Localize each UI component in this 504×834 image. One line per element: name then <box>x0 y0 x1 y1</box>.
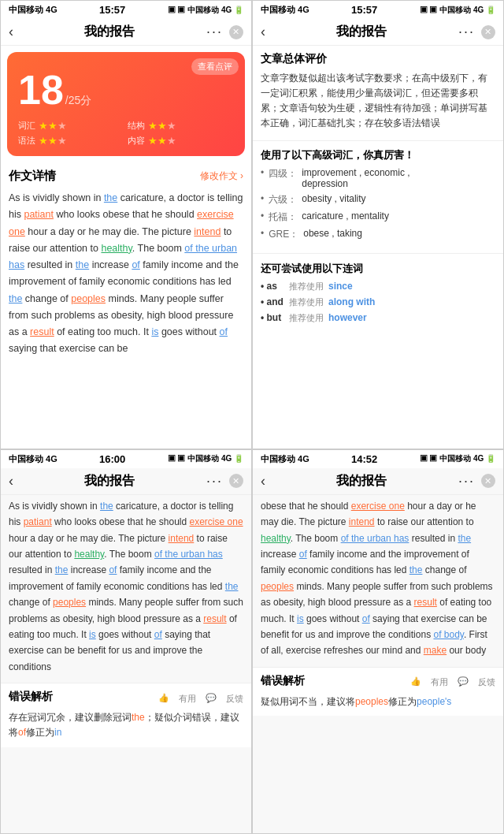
word-result-bl: result <box>203 613 226 624</box>
word-of-br: of <box>299 549 307 560</box>
level-6: 六级： <box>269 193 297 207</box>
essay-content-bl: As is vividly shown in the caricature, a… <box>1 495 251 679</box>
word-is-br: is <box>297 613 304 624</box>
carrier-br: 中国移动 4G <box>261 453 309 465</box>
nav-right-tr: ··· ✕ <box>458 24 495 40</box>
menu-dots-tl[interactable]: ··· <box>206 24 223 40</box>
word-patiant-bl: patiant <box>24 516 52 527</box>
close-btn-bl[interactable]: ✕ <box>229 474 243 488</box>
word-peoples: peoples <box>71 293 106 304</box>
words-gre: obese , taking <box>303 228 362 239</box>
overall-review: 文章总体评价 文章字数疑似超出该考试字数要求；在高中级别下，有一定词汇积累，能使… <box>253 46 503 137</box>
grammar-stars: 语法 ★★★ <box>18 135 124 147</box>
status-icons-tr: ▣ ▣ 中国移动 4G 🔋 <box>420 5 495 16</box>
error-word-peoples-correct: people's <box>417 696 451 707</box>
carrier-tr: 中国移动 4G <box>261 4 309 16</box>
status-bar-bl: 中国移动 4G 16:00 ▣ ▣ 中国移动 4G 🔋 <box>1 450 251 468</box>
grammar-label: 语法 <box>18 135 35 147</box>
score-denom: /25分 <box>65 94 91 108</box>
error-actions-br: 👍 有用 💬 反馈 <box>410 676 495 688</box>
level-gre: GRE： <box>269 228 298 241</box>
comment-icon-bl: 💬 <box>206 693 217 705</box>
panel-top-left: 中国移动 4G 15:57 ▣ ▣ 中国移动 4G 🔋 ‹ 我的报告 ··· ✕… <box>0 0 252 449</box>
word-healthy-br: healthy <box>261 533 291 544</box>
words-toefl: caricature , mentality <box>302 210 389 222</box>
essay-section-title: 作文详情 <box>9 169 56 184</box>
close-btn-tr[interactable]: ✕ <box>481 25 495 39</box>
back-button-tr[interactable]: ‹ <box>261 24 265 40</box>
nav-bar-tr: ‹ 我的报告 ··· ✕ <box>253 19 503 46</box>
error-title-br: 错误解析 <box>261 674 305 688</box>
word-peoples-br: peoples <box>261 581 294 592</box>
nav-title-tl: 我的报告 <box>84 24 135 40</box>
word-healthy: healthy <box>101 243 132 254</box>
vocab-item-6: 六级： obesity , vitality <box>261 193 495 207</box>
carrier-bl: 中国移动 4G <box>9 453 57 465</box>
nav-bar-tl: ‹ 我的报告 ··· ✕ <box>1 19 251 46</box>
content-star-icons: ★★★ <box>148 135 176 147</box>
menu-dots-br[interactable]: ··· <box>458 473 475 490</box>
words-4: improvement , economic ,depression <box>302 167 410 189</box>
useful-label-br[interactable]: 有用 <box>431 676 448 688</box>
status-icons-br: ▣ ▣ 中国移动 4G 🔋 <box>420 453 495 464</box>
level-toefl: 托福： <box>269 210 297 224</box>
word-patiant: patiant <box>24 209 54 220</box>
vocab-section-title: 使用了以下高级词汇，你真厉害！ <box>261 148 495 162</box>
menu-dots-bl[interactable]: ··· <box>206 473 223 490</box>
thumbs-up-icon-bl: 👍 <box>158 693 169 705</box>
menu-dots-tr[interactable]: ··· <box>458 24 475 40</box>
connector-as: • as 推荐使用 since <box>261 281 495 292</box>
useful-label-bl[interactable]: 有用 <box>179 693 196 705</box>
essay-section-header: 作文详情 修改作文 › <box>1 162 251 187</box>
score-categories: 词汇 ★★★ 结构 ★★★ 语法 ★★★ 内容 ★★★ <box>18 120 234 147</box>
panel-bottom-right: 中国移动 4G 14:52 ▣ ▣ 中国移动 4G 🔋 ‹ 我的报告 ··· ✕… <box>252 449 504 834</box>
error-section-bl: 错误解析 👍 有用 💬 反馈 存在冠词冗余，建议删除冠词the；疑似介词错误，建… <box>1 683 251 747</box>
word-intend: intend <box>194 226 220 237</box>
word-intend-bl: intend <box>169 533 195 544</box>
nav-right-tl: ··· ✕ <box>206 24 243 40</box>
error-word-of: of <box>18 727 26 738</box>
word-the-bl-1: the <box>100 501 113 512</box>
word-intend-br: intend <box>349 516 375 527</box>
back-button-bl[interactable]: ‹ <box>9 473 13 490</box>
feedback-label-bl[interactable]: 反馈 <box>226 693 243 705</box>
connector-but-alt: however <box>328 312 367 323</box>
divider-1 <box>253 140 503 141</box>
modify-essay-btn[interactable]: 修改作文 › <box>200 169 243 183</box>
word-the-br-2: the <box>458 533 471 544</box>
time-tr: 15:57 <box>351 4 377 16</box>
connector-but-suggest: 推荐使用 <box>289 312 324 324</box>
connectors-section: 还可尝试使用以下连词 • as 推荐使用 since • and 推荐使用 al… <box>253 257 503 333</box>
nav-title-bl: 我的报告 <box>84 473 135 490</box>
check-review-btn[interactable]: 查看点评 <box>191 58 239 75</box>
status-bar-br: 中国移动 4G 14:52 ▣ ▣ 中国移动 4G 🔋 <box>253 450 503 468</box>
connector-as-suggest: 推荐使用 <box>289 281 324 292</box>
structure-label: 结构 <box>128 120 145 132</box>
status-bar-tr: 中国移动 4G 15:57 ▣ ▣ 中国移动 4G 🔋 <box>253 1 503 19</box>
feedback-label-br[interactable]: 反馈 <box>478 676 495 688</box>
error-body-bl: 存在冠词冗余，建议删除冠词the；疑似介词错误，建议将of修正为in <box>9 710 243 740</box>
close-btn-tl[interactable]: ✕ <box>229 25 243 39</box>
nav-right-bl: ··· ✕ <box>206 473 243 490</box>
word-of-br-2: of <box>362 613 370 624</box>
essay-content-br: obese that he should exercise one hour a… <box>253 495 503 664</box>
word-result: result <box>30 326 54 337</box>
grammar-star-icons: ★★★ <box>39 135 67 147</box>
word-the-bl-2: the <box>55 564 69 575</box>
connector-but: • but 推荐使用 however <box>261 312 495 324</box>
connector-as-word: • as <box>261 281 284 292</box>
status-bar-tl: 中国移动 4G 15:57 ▣ ▣ 中国移动 4G 🔋 <box>1 1 251 19</box>
back-button-br[interactable]: ‹ <box>261 473 265 490</box>
vocab-label: 词汇 <box>18 120 35 132</box>
divider-2 <box>253 253 503 254</box>
back-button-tl[interactable]: ‹ <box>9 24 13 40</box>
word-exercise-br: exercise one <box>351 501 405 512</box>
connectors-title: 还可尝试使用以下连词 <box>261 262 495 276</box>
connector-and-word: • and <box>261 296 284 307</box>
close-btn-br[interactable]: ✕ <box>481 474 495 488</box>
structure-star-icons: ★★★ <box>148 120 176 132</box>
words-6: obesity , vitality <box>302 193 365 204</box>
vocab-item-gre: GRE： obese , taking <box>261 228 495 241</box>
comment-icon-br: 💬 <box>458 676 469 688</box>
score-card: 查看点评 18 /25分 词汇 ★★★ 结构 ★★★ 语法 ★★★ 内容 ★★★ <box>7 52 245 156</box>
